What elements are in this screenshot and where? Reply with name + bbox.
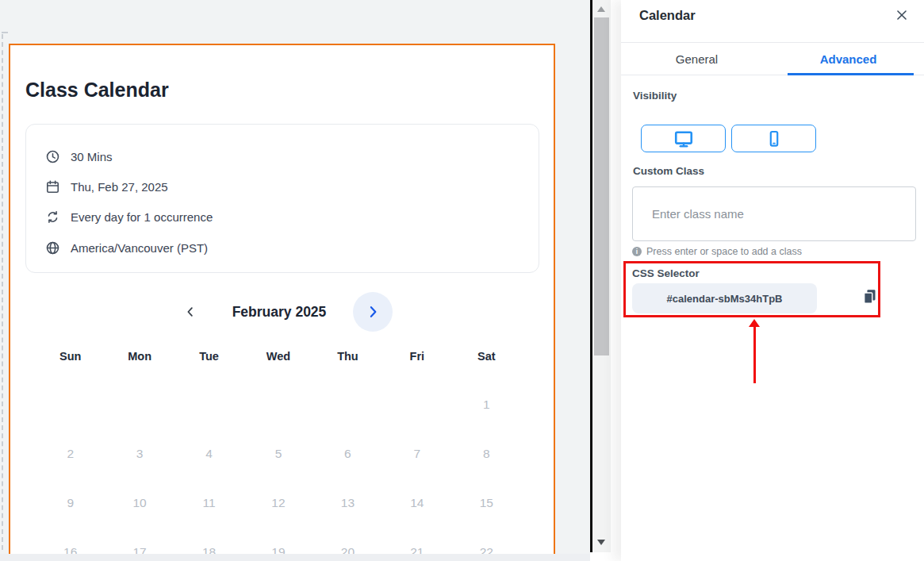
css-selector-value: #calendar-sbMs34hTpB [667,293,783,305]
screen: Class Calendar 30 Mins Thu, Feb 27, 2025… [0,0,924,561]
duration-row: 30 Mins [45,148,113,165]
date-cell: 6 [313,429,382,478]
active-tab-underline [788,73,914,75]
date-cell: 8 [452,429,521,478]
date-cell [243,380,312,429]
date-cell: 9 [36,478,105,528]
annotation-highlight-box: CSS Selector #calendar-sbMs34hTpB [623,261,880,317]
visibility-buttons [641,125,816,152]
panel-title: Calendar [639,8,696,23]
clock-icon [45,149,60,164]
date-cell [105,380,174,429]
calendar-widget-selected[interactable]: Class Calendar 30 Mins Thu, Feb 27, 2025… [9,44,555,554]
date-cell: 22 [452,528,521,554]
page-preview: Class Calendar 30 Mins Thu, Feb 27, 2025… [0,0,590,561]
timezone-text: America/Vancouver (PST) [71,241,208,255]
calendar-icon [45,179,60,194]
copy-icon [861,288,878,305]
date-cell: 17 [105,528,174,554]
annotation-arrow-line [753,326,756,383]
tab-general-label: General [676,52,718,66]
date-cell: 19 [243,528,312,554]
date-text: Thu, Feb 27, 2025 [71,180,168,194]
next-month-button[interactable] [353,292,393,332]
date-cell [174,380,243,429]
chevron-right-icon [365,303,381,321]
date-cell: 1 [452,380,521,429]
date-cell: 14 [382,478,451,528]
tab-general[interactable]: General [621,43,773,75]
custom-class-hint: i Press enter or space to add a class [632,246,802,257]
chevron-left-icon [183,304,197,320]
date-row-week4: 16 17 18 19 20 21 22 [36,528,521,554]
date-cell: 20 [313,528,382,554]
date-row-week1: 1 [36,380,521,429]
date-cell: 15 [452,478,521,528]
date-cell [382,380,451,429]
date-row: Thu, Feb 27, 2025 [45,178,168,195]
date-cell: 12 [243,478,312,528]
desktop-icon [673,129,694,149]
date-cell: 2 [36,429,105,478]
date-cell: 11 [174,478,243,528]
mobile-icon [765,129,784,148]
globe-icon [45,240,60,256]
css-selector-value-pill[interactable]: #calendar-sbMs34hTpB [632,283,817,313]
date-cell: 3 [105,429,174,478]
visibility-label: Visibility [633,90,677,102]
date-row-week2: 2 3 4 5 6 7 8 [36,429,521,478]
date-cell: 7 [382,429,451,478]
info-icon: i [632,247,642,256]
recurrence-text: Every day for 1 occurrence [71,210,213,224]
date-cell: 16 [36,528,105,554]
date-cell [313,380,382,429]
preview-scrollbar[interactable] [592,0,611,552]
date-cell: 21 [382,528,451,554]
weekday-label: Wed [243,350,312,367]
tab-advanced[interactable]: Advanced [773,43,924,75]
date-row-week3: 9 10 11 12 13 14 15 [36,478,521,528]
date-cell: 10 [105,478,174,528]
date-grid: 1 2 3 4 5 6 7 8 9 10 11 12 13 14 [36,380,521,554]
settings-panel: Calendar General Advanced Visibility Cus… [621,0,924,561]
date-cell: 4 [174,429,243,478]
date-cell: 13 [313,478,382,528]
css-selector-label: CSS Selector [632,267,700,279]
prev-month-button[interactable] [179,301,201,323]
weekday-header-row: Sun Mon Tue Wed Thu Fri Sat [36,350,521,367]
widget-title: Class Calendar [25,79,169,102]
copy-selector-button[interactable] [861,287,879,305]
duration-text: 30 Mins [71,150,113,163]
annotation-arrow-head [749,319,760,327]
custom-class-label: Custom Class [633,165,704,177]
tab-advanced-label: Advanced [820,52,877,66]
weekday-label: Mon [105,350,174,367]
weekday-label: Fri [382,350,451,367]
preview-bottom-strip [0,554,590,561]
month-label: February 2025 [208,302,351,321]
date-cell: 5 [243,429,312,478]
panel-tabbar: General Advanced [621,42,924,75]
scrollbar-thumb[interactable] [594,17,609,355]
mobile-visibility-button[interactable] [731,125,816,152]
weekday-label: Thu [313,350,382,367]
scroll-up-arrow-icon[interactable] [597,6,605,12]
weekday-label: Sat [452,350,521,367]
date-cell: 18 [174,528,243,554]
close-panel-button[interactable] [893,6,911,24]
recurrence-row: Every day for 1 occurrence [45,208,213,225]
repeat-icon [45,209,60,225]
date-cell [36,380,105,429]
layout-guide-dash [2,32,8,33]
layout-guide-dash [2,34,3,550]
weekday-label: Tue [174,350,243,367]
desktop-visibility-button[interactable] [641,125,726,152]
custom-class-input[interactable] [632,186,916,241]
scroll-down-arrow-icon[interactable] [597,540,605,545]
hint-text: Press enter or space to add a class [646,246,802,257]
weekday-label: Sun [36,350,105,367]
close-icon [893,6,911,24]
timezone-row: America/Vancouver (PST) [45,239,208,256]
event-info-card: 30 Mins Thu, Feb 27, 2025 Every day for … [25,124,539,273]
